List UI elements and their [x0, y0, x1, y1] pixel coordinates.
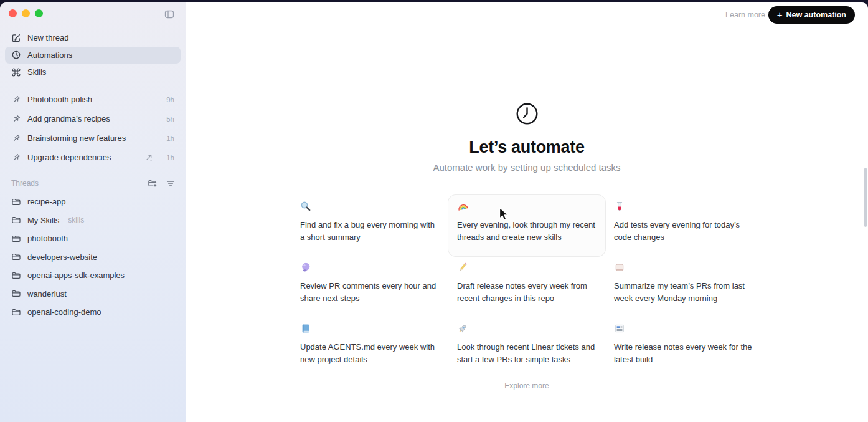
sidebar-item-new-thread[interactable]: New thread	[5, 29, 181, 47]
folder-icon	[11, 289, 21, 299]
explore-more-link[interactable]: Explore more	[186, 381, 868, 390]
minimize-window-button[interactable]	[22, 9, 30, 17]
suggestion-text: Add tests every evening for today’s code…	[614, 219, 753, 243]
thread-item[interactable]: photobooth	[5, 229, 181, 248]
folder-icon	[11, 307, 21, 317]
sidebar-item-skills[interactable]: Skills	[5, 64, 181, 81]
crystal-ball-icon	[300, 262, 311, 273]
rocket-icon	[457, 323, 468, 334]
codex-app-window: New thread Automations Skills	[0, 2, 868, 422]
thread-item-label: recipe-app	[27, 197, 65, 206]
thread-item-label: My Skills	[27, 216, 59, 225]
learn-more-link[interactable]: Learn more	[725, 11, 765, 19]
folder-icon	[11, 252, 21, 262]
clock-icon	[11, 50, 21, 60]
clipboard-icon	[614, 262, 625, 273]
thread-item[interactable]: openai-coding-demo	[5, 303, 181, 322]
thread-item[interactable]: wanderlust	[5, 285, 181, 304]
blue-book-icon	[300, 323, 311, 334]
sidebar: New thread Automations Skills	[0, 2, 186, 422]
threads-header-label: Threads	[11, 179, 39, 188]
recent-item-label: Brainstorming new features	[27, 133, 126, 143]
thread-item-label: openai-apps-sdk-examples	[27, 271, 125, 280]
clock-icon	[516, 102, 539, 125]
command-icon	[11, 67, 21, 77]
suggestion-card-write-notes[interactable]: Write release notes every week for the l…	[605, 317, 762, 378]
sidebar-item-label: New thread	[27, 33, 68, 42]
thread-item[interactable]: My Skills skills	[5, 211, 181, 230]
suggestion-card-review-pr[interactable]: Review PR comments every hour and share …	[291, 256, 448, 317]
window-controls	[9, 9, 43, 17]
recent-item[interactable]: Add grandma’s recipes 5h	[5, 109, 181, 128]
new-automation-label: New automation	[786, 11, 846, 19]
sidebar-recents: Photobooth polish 9h Add grandma’s recip…	[5, 90, 181, 167]
hero: Let’s automate Automate work by setting …	[186, 102, 868, 173]
recent-item-time: 9h	[166, 96, 174, 103]
thread-item-label: developers-website	[27, 252, 97, 262]
zoom-window-button[interactable]	[35, 9, 43, 17]
suggestion-grid: Find and fix a bug every morning with a …	[291, 195, 762, 378]
main-content: Learn more + New automation Let’s automa…	[186, 2, 868, 422]
filter-icon[interactable]	[166, 178, 176, 188]
newspaper-icon	[614, 323, 625, 334]
recent-item-time: 1h	[166, 135, 174, 142]
threads-list: recipe-app My Skills skills photobooth	[5, 193, 181, 322]
plus-icon: +	[777, 10, 783, 19]
pin-icon	[11, 114, 21, 124]
thread-item[interactable]: developers-website	[5, 248, 181, 267]
recent-item[interactable]: Brainstorming new features 1h	[5, 128, 181, 148]
pin-icon	[11, 133, 21, 143]
suggestion-card-find-fix-bug[interactable]: Find and fix a bug every morning with a …	[291, 195, 448, 256]
sidebar-item-label: Skills	[27, 67, 46, 77]
new-automation-button[interactable]: + New automation	[768, 6, 855, 24]
pin-icon	[11, 153, 21, 163]
thread-item[interactable]: openai-apps-sdk-examples	[5, 266, 181, 285]
recent-item-label: Upgrade dependencies	[27, 153, 111, 162]
suggestion-card-add-tests[interactable]: Add tests every evening for today’s code…	[605, 195, 762, 256]
folder-plus-icon[interactable]	[148, 178, 158, 188]
rainbow-icon	[457, 201, 468, 212]
close-window-button[interactable]	[9, 9, 17, 17]
suggestion-text: Draft release notes every week from rece…	[457, 280, 597, 304]
thread-skills-badge: skills	[68, 216, 84, 224]
compose-icon	[11, 33, 21, 43]
suggestion-card-update-agents[interactable]: Update AGENTS.md every week with new pro…	[291, 317, 448, 378]
scrollbar-thumb[interactable]	[864, 168, 867, 227]
test-tube-icon	[614, 201, 625, 212]
sidebar-nav: New thread Automations Skills	[5, 29, 181, 81]
recent-item[interactable]: Upgrade dependencies 1h	[5, 148, 181, 167]
threads-section-header: Threads	[11, 178, 176, 188]
recent-item-time: 1h	[166, 154, 174, 161]
suggestion-text: Find and fix a bug every morning with a …	[300, 219, 440, 243]
toggle-sidebar-icon[interactable]	[164, 9, 175, 20]
thread-item-label: wanderlust	[27, 289, 67, 299]
recent-item[interactable]: Photobooth polish 9h	[5, 90, 181, 109]
recent-item-label: Photobooth polish	[27, 95, 92, 104]
thread-item-label: photobooth	[27, 234, 68, 243]
pin-icon	[11, 95, 21, 105]
magnifier-icon	[300, 201, 311, 212]
page-title: Let’s automate	[186, 138, 868, 156]
recent-item-time: 5h	[166, 115, 174, 123]
recent-item-label: Add grandma’s recipes	[27, 114, 110, 123]
topbar: Learn more + New automation	[186, 2, 868, 31]
folder-icon	[11, 197, 21, 207]
suggestion-text: Write release notes every week for the l…	[614, 341, 753, 365]
sidebar-item-label: Automations	[27, 50, 72, 60]
suggestion-text: Summarize my team’s PRs from last week e…	[614, 280, 753, 304]
thread-item[interactable]: recipe-app	[5, 193, 181, 211]
suggestion-card-summarize-prs[interactable]: Summarize my team’s PRs from last week e…	[605, 256, 762, 317]
suggestion-text: Update AGENTS.md every week with new pro…	[300, 341, 440, 365]
shared-thread-icon	[144, 153, 154, 163]
suggestion-card-draft-notes[interactable]: Draft release notes every week from rece…	[448, 256, 605, 317]
thread-item-label: openai-coding-demo	[27, 307, 101, 317]
folder-icon	[11, 234, 21, 244]
suggestion-card-create-skills[interactable]: Every evening, look through my recent th…	[448, 195, 605, 256]
sidebar-item-automations[interactable]: Automations	[5, 47, 181, 64]
suggestion-card-linear-tickets[interactable]: Look through recent Linear tickets and s…	[448, 317, 605, 378]
suggestion-text: Review PR comments every hour and share …	[300, 280, 440, 304]
folder-icon	[11, 215, 21, 225]
folder-icon	[11, 271, 21, 281]
suggestion-text: Look through recent Linear tickets and s…	[457, 341, 597, 365]
suggestion-text: Every evening, look through my recent th…	[457, 219, 597, 243]
